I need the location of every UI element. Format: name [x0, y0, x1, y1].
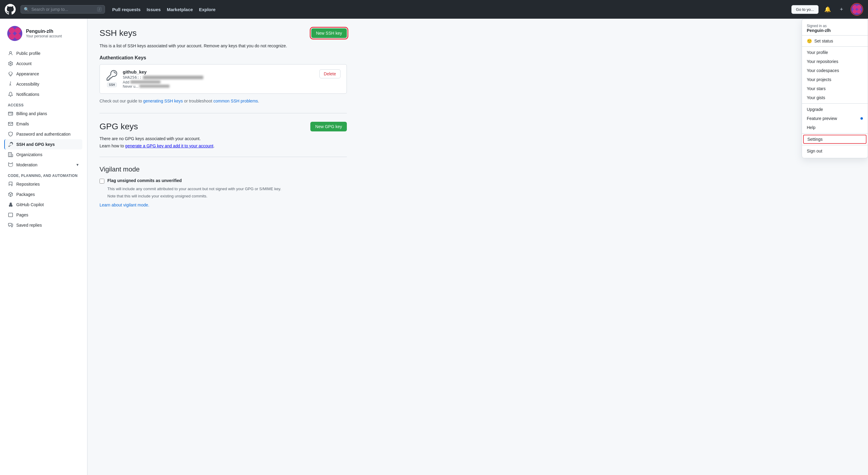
dropdown-your-gists[interactable]: Your gists [802, 93, 868, 102]
dropdown-divider-1 [802, 46, 868, 47]
guide-prefix: Check out our guide to [99, 99, 143, 103]
ssh-section-title: SSH keys [99, 28, 136, 38]
dropdown-your-codespaces[interactable]: Your codespaces [802, 66, 868, 75]
dropdown-settings[interactable]: Settings [803, 135, 867, 144]
sidebar-item-notifications-label: Notifications [16, 92, 39, 97]
vigilant-checkbox-label[interactable]: Flag unsigned commits as unverified [107, 178, 182, 183]
sidebar-profile-name: Penguin-zlh [26, 29, 62, 34]
guide-link-2[interactable]: common SSH problems [213, 99, 258, 103]
moderation-icon [8, 162, 13, 168]
vigilant-learn-link-wrap: Learn about vigilant mode. [99, 203, 347, 207]
dropdown-help[interactable]: Help [802, 123, 868, 132]
chevron-down-icon: ▼ [76, 163, 79, 167]
sidebar-item-packages[interactable]: Packages [5, 189, 82, 200]
key-add: Add [123, 80, 315, 84]
dropdown-your-stars[interactable]: Your stars [802, 84, 868, 93]
vigilant-checkbox[interactable] [99, 179, 104, 183]
sidebar-item-copilot[interactable]: GitHub Copilot [5, 200, 82, 210]
sha-blur [143, 76, 203, 79]
sidebar-item-pages[interactable]: Pages [5, 210, 82, 220]
sidebar-item-notifications[interactable]: Notifications [5, 89, 82, 99]
sidebar-item-public-profile-label: Public profile [16, 51, 40, 56]
nav-explore[interactable]: Explore [199, 7, 216, 12]
gear-icon [8, 61, 13, 66]
signed-in-label: Signed in as [807, 24, 863, 28]
dropdown-divider-3 [802, 133, 868, 134]
gpg-learn-link[interactable]: generate a GPG key and add it to your ac… [125, 143, 214, 148]
nav-marketplace[interactable]: Marketplace [167, 7, 193, 12]
dropdown-feature-preview[interactable]: Feature preview [802, 114, 868, 123]
sidebar-item-repositories[interactable]: Repositories [5, 179, 82, 189]
new-gpg-key-button[interactable]: New GPG key [310, 122, 347, 131]
package-icon [8, 192, 13, 197]
search-icon: 🔍 [24, 7, 29, 12]
section-divider-1 [99, 113, 347, 113]
ssh-key-card: SSH github_key SHA256:: Add Never u... D… [99, 64, 347, 94]
sidebar-item-account-label: Account [16, 61, 32, 66]
sidebar-item-saved-replies[interactable]: Saved replies [5, 220, 82, 230]
credit-card-icon [8, 111, 13, 116]
sidebar-item-copilot-label: GitHub Copilot [16, 202, 44, 207]
sidebar-item-organizations[interactable]: Organizations [5, 149, 82, 160]
sidebar-item-emails[interactable]: Emails [5, 119, 82, 129]
vigilant-learn-link[interactable]: Learn about vigilant mode. [99, 203, 149, 207]
sidebar-item-appearance-label: Appearance [16, 71, 39, 76]
copilot-icon [8, 202, 13, 207]
guide-link-1[interactable]: generating SSH keys [143, 99, 183, 103]
sidebar-item-password[interactable]: Password and authentication [5, 129, 82, 139]
sidebar-item-moderation[interactable]: Moderation ▼ [5, 160, 82, 170]
gpg-learn-text: Learn how to generate a GPG key and add … [99, 143, 347, 148]
guide-suffix: . [258, 99, 259, 103]
new-ssh-key-button[interactable]: New SSH key [311, 28, 347, 38]
key-never: Never u... [123, 84, 315, 89]
never-label: Never u... [123, 84, 138, 89]
code-section-title: Code, planning, and automation [5, 170, 82, 179]
notifications-button[interactable]: 🔔 [823, 4, 832, 14]
nav-issues[interactable]: Issues [147, 7, 161, 12]
pages-icon [8, 212, 13, 217]
dropdown-sign-out[interactable]: Sign out [802, 146, 868, 156]
go-to-button[interactable]: Go to yo... [792, 5, 818, 14]
ssh-badge: SSH [107, 82, 117, 87]
sidebar-item-accessibility-label: Accessibility [16, 82, 39, 87]
organization-icon [8, 152, 13, 157]
gpg-section-title: GPG keys [99, 122, 138, 131]
sidebar-avatar [7, 26, 22, 41]
dropdown-your-repositories[interactable]: Your repositories [802, 57, 868, 66]
user-avatar [851, 4, 862, 15]
dropdown-your-projects[interactable]: Your projects [802, 75, 868, 84]
delete-key-button[interactable]: Delete [319, 69, 341, 78]
key-icon [8, 142, 13, 147]
help-label: Help [807, 125, 815, 130]
person-icon [8, 50, 13, 56]
sidebar-item-billing[interactable]: Billing and plans [5, 108, 82, 119]
main-nav: Pull requests Issues Marketplace Explore [112, 7, 216, 12]
github-logo[interactable] [5, 4, 16, 15]
search-slash: / [97, 7, 102, 12]
add-label: Add [123, 80, 129, 84]
sidebar-item-public-profile[interactable]: Public profile [5, 48, 82, 59]
set-status-label: Set status [814, 39, 833, 43]
search-bar[interactable]: 🔍 Search or jump to... / [21, 5, 105, 13]
sha-prefix: SHA256:: [123, 75, 142, 79]
sidebar-item-ssh-gpg[interactable]: SSH and GPG keys [4, 139, 82, 149]
sidebar-item-accessibility[interactable]: Accessibility [5, 79, 82, 89]
ssh-desc: This is a list of SSH keys associated wi… [99, 43, 347, 49]
dropdown-your-profile[interactable]: Your profile [802, 48, 868, 57]
sidebar-item-account[interactable]: Account [5, 59, 82, 69]
your-codespaces-label: Your codespaces [807, 68, 839, 73]
gpg-section-header: GPG keys New GPG key [99, 122, 347, 131]
dropdown-signed-in: Signed in as Penguin-zlh [802, 22, 868, 36]
avatar-button[interactable] [850, 3, 863, 16]
nav-pull-requests[interactable]: Pull requests [112, 7, 141, 12]
your-projects-label: Your projects [807, 77, 831, 82]
vigilant-desc-2: Note that this will include your existin… [107, 193, 347, 199]
sign-out-label: Sign out [807, 148, 822, 154]
bell-icon [8, 92, 13, 97]
create-button[interactable]: + [837, 4, 846, 14]
set-status-item[interactable]: 🙂 Set status [802, 37, 868, 45]
never-date-blur [140, 85, 169, 88]
signed-in-username: Penguin-zlh [807, 28, 863, 33]
sidebar-item-appearance[interactable]: Appearance [5, 69, 82, 79]
dropdown-upgrade[interactable]: Upgrade [802, 105, 868, 114]
